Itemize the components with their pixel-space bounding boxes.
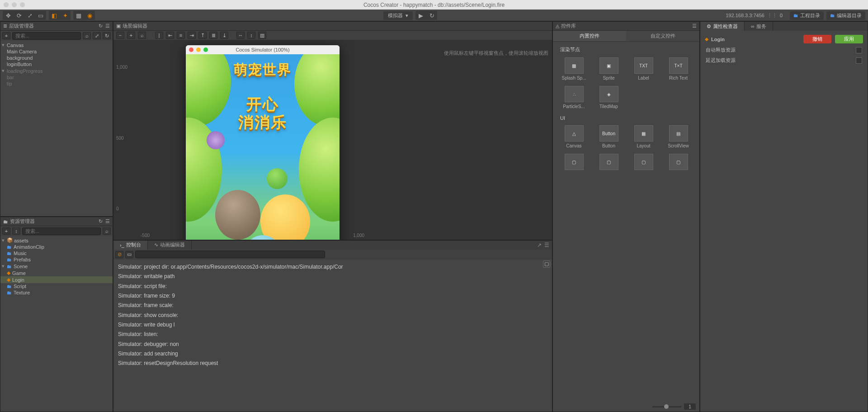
menu-icon[interactable]: ☰ <box>105 23 110 29</box>
tool-anchor[interactable]: ◧ <box>49 11 59 19</box>
add-asset-button[interactable]: + <box>2 227 10 235</box>
palette-item[interactable]: TXTLabel <box>627 56 660 82</box>
menu-icon[interactable]: ☰ <box>105 218 110 224</box>
sort-button[interactable]: ↕ <box>12 227 20 235</box>
tree-node[interactable]: 🖿Texture <box>0 289 113 296</box>
refresh-icon[interactable]: ↻ <box>99 23 103 29</box>
align-right-icon[interactable]: ⇥ <box>188 32 196 39</box>
controls-palette[interactable]: 渲染节点 ▩Splash Sp...▣SpriteTXTLabelT×TRich… <box>553 42 699 412</box>
project-dir-button[interactable]: 🖿工程目录 <box>790 11 824 20</box>
editor-dir-button[interactable]: 🖿编辑器目录 <box>826 11 865 20</box>
palette-item[interactable]: ∴ParticleS... <box>557 84 590 111</box>
assets-tree[interactable]: ▾📦assets🖿AnimationClip🖿Music🖿Prefabs▾🖿Sc… <box>0 236 113 412</box>
tab-inspector[interactable]: ⚙属性检查器 <box>700 22 745 31</box>
sim-close[interactable] <box>189 47 193 52</box>
console-output[interactable]: ▢ Simulator: project dir: or.app/Content… <box>113 260 552 412</box>
align-vcenter-icon[interactable]: ≣ <box>209 32 217 39</box>
zoom-reset-icon[interactable]: ⌕ <box>138 32 146 39</box>
tool-scale[interactable]: ⤢ <box>25 11 35 19</box>
tree-node[interactable]: ▾🖿Scene <box>0 263 113 270</box>
align-icon[interactable]: | <box>155 32 163 39</box>
hierarchy-search[interactable] <box>12 32 81 40</box>
palette-item[interactable]: ▢ <box>592 152 625 174</box>
tab-custom-controls[interactable]: 自定义控件 <box>626 31 699 41</box>
tree-node[interactable]: ◆Game <box>0 270 113 276</box>
simulator-dropdown[interactable]: 模拟器 ▾ <box>383 11 413 20</box>
lazy-load-checkbox[interactable] <box>856 57 862 64</box>
play-button[interactable]: ▶ <box>416 11 426 19</box>
tree-node[interactable]: ◆Login <box>0 276 113 283</box>
tool-rotate[interactable]: ⟳ <box>14 11 24 19</box>
distribute-v-icon[interactable]: ↕ <box>247 32 255 39</box>
tool-pivot[interactable]: ✦ <box>60 11 70 19</box>
refresh-icon[interactable]: ↻ <box>103 32 111 39</box>
log-filter-icon[interactable]: ▭ <box>125 251 133 258</box>
tree-node[interactable]: ▾Canvas <box>0 42 113 48</box>
auto-release-checkbox[interactable] <box>856 47 862 53</box>
search-icon[interactable]: ⌕ <box>83 32 91 39</box>
tree-node[interactable]: 🖿Prefabs <box>0 256 113 263</box>
palette-item[interactable]: ▦Layout <box>627 123 660 150</box>
search-icon[interactable]: ⌕ <box>103 227 111 235</box>
sim-minimize[interactable] <box>196 47 201 52</box>
tab-console[interactable]: ›_控制台 <box>113 241 148 250</box>
tool-gizmo[interactable]: ◉ <box>85 11 94 19</box>
palette-item[interactable]: ▢ <box>557 152 590 174</box>
close-window[interactable] <box>4 2 9 7</box>
arrange-icon[interactable]: ▥ <box>258 32 266 39</box>
tree-node[interactable]: 🖿Music <box>0 250 113 256</box>
clear-log-icon[interactable]: ⊘ <box>115 251 123 258</box>
reload-button[interactable]: ↻ <box>427 11 437 19</box>
menu-icon[interactable]: ☰ <box>544 242 549 248</box>
palette-item[interactable]: △Canvas <box>557 123 590 150</box>
hierarchy-tree[interactable]: ▾CanvasMain CamerabackgroundloginButton▾… <box>0 41 113 216</box>
palette-item[interactable]: ▢ <box>627 152 660 174</box>
add-node-button[interactable]: + <box>2 32 10 39</box>
align-hcenter-icon[interactable]: ≡ <box>177 32 185 39</box>
zoom-window[interactable] <box>20 2 25 7</box>
tree-node[interactable]: bar <box>0 74 113 81</box>
palette-item[interactable]: ▢ <box>662 152 695 174</box>
popout-icon[interactable]: ↗ <box>537 242 542 248</box>
align-left-icon[interactable]: ⇤ <box>166 32 174 39</box>
palette-item[interactable]: ▩Splash Sp... <box>557 56 590 82</box>
apply-button[interactable]: 应用 <box>835 35 863 43</box>
tree-node[interactable]: tip <box>0 81 113 87</box>
console-search[interactable] <box>135 251 325 258</box>
palette-item[interactable]: ▣Sprite <box>592 56 625 82</box>
tree-node[interactable]: 🖿Script <box>0 283 113 289</box>
palette-item[interactable]: T×TRich Text <box>662 56 695 82</box>
align-bottom-icon[interactable]: ⤓ <box>220 32 228 39</box>
tool-move[interactable]: ✥ <box>3 11 13 19</box>
refresh-icon[interactable]: ↻ <box>99 218 103 224</box>
zoom-out-icon[interactable]: − <box>116 32 124 39</box>
distribute-h-icon[interactable]: ↔ <box>236 32 245 39</box>
menu-icon[interactable]: ☰ <box>692 23 697 29</box>
align-top-icon[interactable]: ⤒ <box>198 32 207 39</box>
tab-builtin-controls[interactable]: 内置控件 <box>553 31 626 41</box>
cancel-button[interactable]: 撤销 <box>803 35 831 43</box>
tree-node[interactable]: loginButton <box>0 61 113 67</box>
palette-zoom-slider[interactable] <box>652 406 681 407</box>
simulator-canvas[interactable]: 萌宠世界 开心 消消乐 登录 Frame time <box>186 54 340 240</box>
minimize-window[interactable] <box>12 2 17 7</box>
tool-rect[interactable]: ▭ <box>36 11 46 19</box>
zoom-in-icon[interactable]: + <box>127 32 135 39</box>
tree-node[interactable]: ▾loadingProgress <box>0 67 113 74</box>
sim-zoom[interactable] <box>203 47 208 52</box>
tree-node[interactable]: Main Camera <box>0 48 113 55</box>
expand-icon[interactable]: ⤢ <box>93 32 101 39</box>
scene-canvas[interactable]: 使用鼠标左键平移视窗焦点，使用滚轮缩放视图 1,000 500 0 -500 1… <box>113 40 552 240</box>
palette-item[interactable]: ▤ScrollView <box>662 123 695 150</box>
console-popout-icon[interactable]: ▢ <box>543 260 550 268</box>
simulator-titlebar[interactable]: Cocos Simulator (100%) <box>186 45 340 54</box>
palette-item[interactable]: ◈TiledMap <box>592 84 625 111</box>
simulator-window[interactable]: Cocos Simulator (100%) 萌宠世界 开心 消消乐 <box>186 45 340 240</box>
palette-item[interactable]: ButtonButton <box>592 123 625 150</box>
tool-grid[interactable]: ▦ <box>74 11 84 19</box>
assets-search[interactable] <box>22 227 101 235</box>
tab-service[interactable]: ∞服务 <box>745 22 773 31</box>
tree-node[interactable]: ▾📦assets <box>0 237 113 244</box>
tree-node[interactable]: background <box>0 55 113 61</box>
tab-anim[interactable]: ∿动画编辑器 <box>148 241 192 250</box>
